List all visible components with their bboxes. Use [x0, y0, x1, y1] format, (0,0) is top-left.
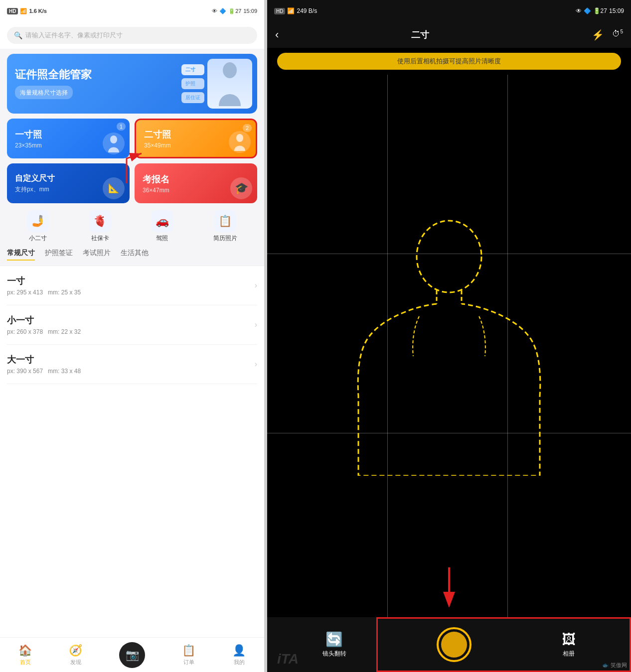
- btn-ercun[interactable]: 二寸照 35×49mm 2: [135, 119, 257, 158]
- signal-icon: 📶: [20, 8, 27, 14]
- btn-yicun[interactable]: 一寸照 23×35mm 1: [7, 119, 130, 158]
- camera-title: 二寸: [285, 29, 556, 41]
- icon-jianli[interactable]: 📋 简历照片: [213, 210, 237, 243]
- nav-orders-label: 订单: [183, 659, 194, 666]
- banner-title: 证件照全能管家: [15, 68, 92, 81]
- watermark: 🐟 笑傲网: [602, 662, 627, 669]
- battery-right: 🔋27: [593, 7, 607, 14]
- status-right-left: 👁 🔷 🔋27 15:09: [212, 8, 257, 14]
- back-button[interactable]: ‹: [275, 28, 279, 41]
- icon-shebaoka[interactable]: 🫀 社保卡: [89, 210, 111, 243]
- camera-top-nav: ‹ 二寸 ⚡ ⏱5: [267, 22, 631, 48]
- btn-kaobao[interactable]: 考报名 36×47mm 🎓: [135, 163, 257, 203]
- nav-home[interactable]: 🏠 首页: [18, 644, 32, 666]
- search-input-wrap[interactable]: 🔍 请输入证件名字、像素或打印尺寸: [7, 27, 257, 44]
- photo-list: 一寸 px: 295 x 413 mm: 25 x 35 › 小一寸 px: 2…: [0, 266, 264, 637]
- shutter-inner: [441, 632, 467, 658]
- badge-ercun: 2: [243, 124, 252, 132]
- svg-point-2: [236, 134, 243, 142]
- tab-shenghuo[interactable]: 生活其他: [121, 249, 149, 261]
- banner-left: 证件照全能管家 海量规格尺寸选择: [15, 68, 92, 99]
- search-placeholder: 请输入证件名字、像素或打印尺寸: [25, 31, 123, 40]
- shutter-button[interactable]: [437, 627, 472, 662]
- nav-discover[interactable]: 🧭 发现: [69, 644, 82, 666]
- arrow-icon-dayicun: ›: [255, 360, 257, 369]
- search-bar: 🔍 请输入证件名字、像素或打印尺寸: [0, 22, 264, 49]
- list-item-dayicun[interactable]: 大一寸 px: 390 x 567 mm: 33 x 48 ›: [7, 345, 257, 384]
- tab-huzhao[interactable]: 护照签证: [45, 249, 73, 261]
- search-icon: 🔍: [14, 31, 22, 39]
- icon-ercun: [229, 131, 251, 153]
- timer-icon[interactable]: ⏱5: [612, 29, 623, 41]
- category-grid: 一寸照 23×35mm 1 二寸照 35×49mm 2: [7, 119, 257, 203]
- album-icon: 🖼: [562, 631, 576, 648]
- tab-changgui[interactable]: 常规尺寸: [7, 249, 35, 261]
- cam-flip[interactable]: 🔄 镜头翻转: [322, 631, 346, 658]
- flash-icon[interactable]: ⚡: [592, 29, 604, 41]
- camera-center-btn[interactable]: 📷: [119, 642, 145, 668]
- phone-right: HD 📶 249 B/s 👁 🔷 🔋27 15:09 ‹ 二寸 ⚡ ⏱5 使用后…: [267, 0, 631, 672]
- mini-card-ercun: 二寸: [181, 64, 204, 75]
- speed-left: 1.6 K/s: [29, 8, 46, 14]
- icon-xiaoercun[interactable]: 🤳 小二寸: [27, 210, 49, 243]
- tab-kaoshi[interactable]: 考试照片: [83, 249, 111, 261]
- list-item-yicun[interactable]: 一寸 px: 295 x 413 mm: 25 x 35 ›: [7, 266, 257, 305]
- mini-card-juzhu: 居住证: [181, 92, 204, 103]
- nav-camera[interactable]: 📷: [119, 642, 145, 668]
- time-left: 15:09: [243, 8, 257, 14]
- mini-card-huzhao: 护照: [181, 78, 204, 89]
- svg-point-0: [223, 62, 237, 78]
- status-network-left: HD 📶 1.6 K/s: [7, 8, 47, 14]
- nav-profile[interactable]: 👤 我的: [232, 644, 246, 666]
- arrow-icon-xiaoyicun: ›: [255, 320, 257, 329]
- hd-badge-right: HD: [274, 8, 285, 14]
- watermark-icon: 🐟: [602, 662, 609, 668]
- red-box-shutter: [376, 617, 631, 672]
- status-left-right: HD 📶 249 B/s: [274, 7, 317, 14]
- speed-right: 249 B/s: [297, 7, 317, 14]
- status-bar-right: HD 📶 249 B/s 👁 🔷 🔋27 15:09: [267, 0, 631, 22]
- cam-album[interactable]: 🖼 相册: [562, 631, 576, 658]
- nav-home-label: 首页: [20, 659, 31, 666]
- nav-actions: ⚡ ⏱5: [592, 29, 623, 41]
- eye-icon-right: 👁: [576, 7, 582, 14]
- list-item-xiaoyicun[interactable]: 小一寸 px: 260 x 378 mm: 22 x 32 ›: [7, 305, 257, 345]
- red-arrow-down: [434, 567, 464, 607]
- home-icon: 🏠: [18, 644, 32, 657]
- nav-orders[interactable]: 📋 订单: [182, 644, 195, 666]
- person-silhouette-banner: [215, 61, 245, 106]
- eye-icon: 👁: [212, 8, 217, 14]
- status-bar-left: HD 📶 1.6 K/s 👁 🔷 🔋27 15:09: [0, 0, 264, 22]
- orders-icon: 📋: [182, 644, 195, 657]
- profile-icon: 👤: [232, 644, 246, 657]
- camera-view: [267, 75, 631, 617]
- discover-icon: 🧭: [69, 644, 82, 657]
- battery-left: 🔋27: [228, 8, 241, 14]
- tab-row: 常规尺寸 护照签证 考试照片 生活其他: [0, 247, 264, 266]
- hd-badge: HD: [7, 8, 18, 14]
- banner-subtitle: 海量规格尺寸选择: [15, 86, 73, 99]
- badge-yicun: 1: [117, 123, 126, 131]
- human-silhouette: [354, 217, 544, 476]
- bluetooth-icon: 🔷: [219, 8, 226, 14]
- bottom-nav: 🏠 首页 🧭 发现 📷 📋 订单 👤 我的: [0, 637, 264, 672]
- icon-jiapai[interactable]: 🚗 驾照: [151, 210, 173, 243]
- ita-text: iTA: [277, 651, 299, 667]
- status-right-right: 👁 🔷 🔋27 15:09: [576, 7, 624, 14]
- album-label: 相册: [563, 650, 575, 658]
- svg-point-4: [417, 221, 481, 292]
- signal-icon-right: 📶: [287, 7, 295, 14]
- app-banner[interactable]: 证件照全能管家 海量规格尺寸选择 二寸 护照 居住证: [7, 54, 257, 114]
- banner-person-img: [207, 59, 252, 109]
- svg-point-1: [110, 135, 117, 143]
- watermark-text: 笑傲网: [611, 662, 627, 668]
- btn-ziding[interactable]: 自定义尺寸 支持px、mm 📐: [7, 163, 130, 203]
- bluetooth-icon-right: 🔷: [584, 7, 591, 14]
- camera-bottom-bar: 🔄 镜头翻转 🖼 相册: [267, 617, 631, 672]
- tip-text: 使用后置相机拍摄可提高照片清晰度: [397, 57, 501, 65]
- icon-yicun: [103, 133, 125, 154]
- phone-left: HD 📶 1.6 K/s 👁 🔷 🔋27 15:09 🔍 请输入证件名字、像素或…: [0, 0, 264, 672]
- nav-profile-label: 我的: [234, 659, 245, 666]
- flip-label: 镜头翻转: [322, 650, 346, 658]
- flip-icon: 🔄: [325, 631, 343, 648]
